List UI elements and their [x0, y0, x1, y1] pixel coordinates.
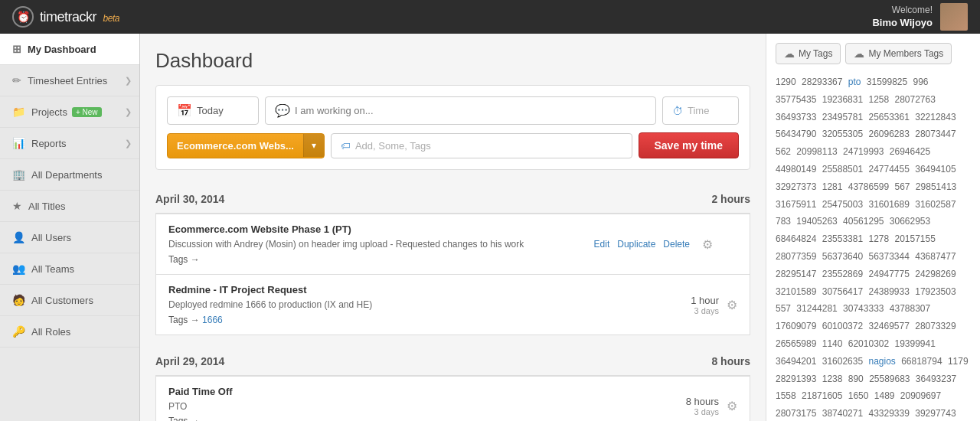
tag-item[interactable]: 23552869 [822, 269, 866, 279]
tag-item[interactable]: 36493237 [916, 374, 956, 384]
tag-item[interactable]: 24389933 [868, 286, 912, 297]
edit-button[interactable]: Edit [594, 239, 610, 250]
tag-item[interactable]: 19399941 [895, 338, 936, 349]
tag-item[interactable]: 1281 [822, 181, 845, 192]
tag-item[interactable]: 31601689 [868, 199, 912, 210]
tag-item[interactable]: 28295147 [776, 269, 819, 279]
tag-item[interactable]: 36494105 [915, 164, 956, 175]
sidebar-item-projects[interactable]: 📁 Projects + New ❯ [0, 96, 139, 128]
tag-item[interactable]: 44980149 [776, 164, 819, 175]
tag-item[interactable]: pto [848, 77, 864, 87]
tag-item[interactable]: 31675911 [776, 199, 819, 210]
tag-item[interactable]: 25588501 [822, 164, 866, 175]
tag-item[interactable]: 62010302 [848, 338, 892, 349]
date-picker-button[interactable]: 📅 Today [167, 96, 259, 125]
tag-item[interactable]: 36494201 [776, 356, 819, 367]
tags-input[interactable]: 🏷 Add, Some, Tags [331, 133, 632, 158]
tag-item[interactable]: 996 [913, 77, 929, 87]
tag-link[interactable]: 1666 [202, 315, 223, 325]
tag-item[interactable]: 783 [776, 216, 793, 227]
tag-item[interactable]: 40561295 [843, 216, 887, 227]
tag-item[interactable]: 1558 [776, 390, 799, 401]
tag-item[interactable]: 28073329 [915, 321, 956, 331]
tag-item[interactable]: 26096283 [868, 129, 912, 139]
tag-item[interactable]: 24947775 [868, 269, 912, 279]
tag-item[interactable]: 32469577 [868, 321, 912, 331]
tag-item[interactable]: 1650 [848, 390, 871, 401]
time-button[interactable]: ⏱ Time [662, 96, 739, 125]
gear-icon[interactable]: ⚙ [727, 399, 737, 413]
tag-item[interactable]: 1278 [868, 233, 891, 244]
tag-item[interactable]: 24719993 [843, 146, 887, 157]
tag-item[interactable]: 26946425 [890, 146, 930, 157]
tag-item[interactable]: 32212843 [915, 112, 956, 122]
tag-item[interactable]: 32101589 [776, 286, 819, 297]
tag-item[interactable]: 28073447 [915, 129, 956, 139]
tag-item[interactable]: 562 [776, 146, 793, 157]
tag-item[interactable]: 567 [895, 181, 913, 192]
save-time-button[interactable]: Save my time [639, 132, 740, 158]
tag-item[interactable]: 36493733 [776, 112, 819, 122]
tag-item[interactable]: 60100372 [822, 321, 866, 331]
tag-item[interactable]: 1258 [868, 94, 891, 105]
sidebar-item-all-titles[interactable]: ★ All Titles [0, 191, 139, 222]
tag-item[interactable]: 24774455 [868, 164, 912, 175]
my-tags-button[interactable]: ☁ My Tags [776, 43, 841, 64]
tag-item[interactable]: 39297743 [915, 408, 956, 419]
tag-item[interactable]: 1140 [822, 338, 845, 349]
tag-item[interactable]: 1238 [822, 374, 845, 384]
tag-item[interactable]: 32927373 [776, 181, 819, 192]
tag-item[interactable]: 24298269 [915, 269, 956, 279]
description-input[interactable] [295, 105, 646, 116]
tag-item[interactable]: 43788307 [890, 303, 930, 314]
tag-item[interactable]: 31602635 [822, 356, 866, 367]
tag-item[interactable]: 29851413 [916, 181, 956, 192]
tag-item[interactable]: 20998113 [796, 146, 840, 157]
tag-item[interactable]: 21871605 [802, 390, 845, 401]
description-field[interactable]: 💬 [265, 96, 656, 125]
tag-item[interactable]: 31244281 [796, 303, 840, 314]
sidebar-item-my-dashboard[interactable]: ⊞ My Dashboard [0, 34, 139, 65]
tag-item[interactable]: 25653361 [868, 112, 912, 122]
tag-item[interactable]: 66818794 [901, 356, 945, 367]
tag-item[interactable]: 20157155 [895, 233, 936, 244]
tag-item[interactable]: 56434790 [776, 129, 819, 139]
tag-item[interactable]: 23495781 [822, 112, 866, 122]
sidebar-item-reports[interactable]: 📊 Reports ❯ [0, 128, 139, 159]
tag-item[interactable]: 31602587 [915, 199, 956, 210]
tag-item[interactable]: 28291393 [776, 374, 819, 384]
tag-item[interactable]: 1290 [776, 77, 799, 87]
tag-item[interactable]: 43687477 [915, 251, 956, 262]
tag-item[interactable]: 31599825 [867, 77, 910, 87]
gear-icon[interactable]: ⚙ [702, 237, 713, 251]
tag-item[interactable]: 25475003 [822, 199, 866, 210]
sidebar-item-all-customers[interactable]: 🧑 All Customers [0, 285, 139, 316]
sidebar-item-all-users[interactable]: 👤 All Users [0, 222, 139, 253]
tag-item[interactable]: 38740271 [822, 408, 866, 419]
tag-item[interactable]: 56373344 [868, 251, 912, 262]
tag-item[interactable]: 30662953 [890, 216, 930, 227]
sidebar-item-all-teams[interactable]: 👥 All Teams [0, 253, 139, 285]
sidebar-item-timesheet-entries[interactable]: ✏ Timesheet Entries ❯ [0, 65, 139, 96]
tag-item[interactable]: 25589683 [869, 374, 913, 384]
tag-item[interactable]: 28073175 [776, 408, 819, 419]
tag-item[interactable]: 35775435 [776, 94, 819, 105]
tag-item[interactable]: 19405263 [796, 216, 840, 227]
tag-item[interactable]: 43329339 [868, 408, 912, 419]
tag-item[interactable]: 19236831 [822, 94, 866, 105]
tag-item[interactable]: nagios [868, 356, 898, 367]
tag-item[interactable]: 56373640 [822, 251, 866, 262]
tag-item[interactable]: 23553381 [822, 233, 866, 244]
project-selector[interactable]: Ecommerce.com Webs... ▾ [167, 133, 325, 158]
tag-item[interactable]: 30756417 [822, 286, 866, 297]
sidebar-item-all-departments[interactable]: 🏢 All Departments [0, 159, 139, 191]
tag-item[interactable]: 32055305 [822, 129, 866, 139]
tag-item[interactable]: 28072763 [895, 94, 936, 105]
gear-icon[interactable]: ⚙ [727, 297, 737, 312]
members-tags-button[interactable]: ☁ My Members Tags [845, 43, 952, 64]
tag-item[interactable]: 28293367 [802, 77, 845, 87]
tag-item[interactable]: 17609079 [776, 321, 819, 331]
tag-item[interactable]: 1179 [948, 356, 969, 367]
duplicate-button[interactable]: Duplicate [617, 239, 655, 250]
sidebar-item-all-roles[interactable]: 🔑 All Roles [0, 316, 139, 348]
